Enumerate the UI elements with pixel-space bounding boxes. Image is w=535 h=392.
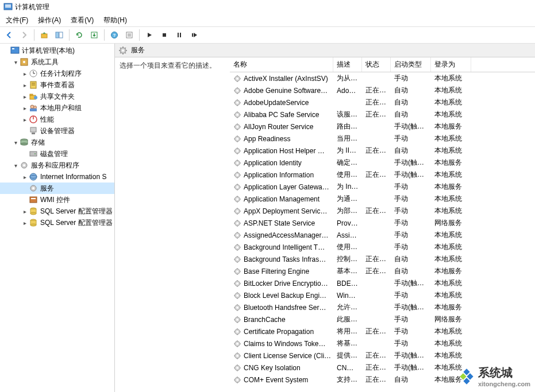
- service-row[interactable]: AssignedAccessManager…Assi…手动本地系统: [230, 229, 535, 241]
- tree-item[interactable]: 计算机管理(本地): [0, 45, 114, 56]
- svg-point-54: [30, 224, 36, 226]
- watermark: 系统城 xitongcheng.com: [459, 365, 530, 387]
- service-name: Claims to Windows Toke…: [230, 340, 333, 348]
- column-start[interactable]: 启动类型: [391, 57, 431, 72]
- service-row[interactable]: BranchCache此服…手动网络服务: [230, 313, 535, 325]
- properties-button[interactable]: [122, 28, 136, 42]
- service-row[interactable]: Base Filtering Engine基本…正在…自动本地服务: [230, 265, 535, 277]
- tree-item[interactable]: ▸性能: [0, 114, 114, 125]
- expander-icon[interactable]: [21, 196, 29, 204]
- up-button[interactable]: [37, 28, 51, 42]
- expander-icon[interactable]: ▸: [21, 219, 29, 227]
- export-button[interactable]: [87, 28, 101, 42]
- service-row[interactable]: Bluetooth Handsfree Ser…允许…手动(触发…本地服务: [230, 301, 535, 313]
- service-row[interactable]: Background Intelligent T…使用…手动本地系统: [230, 241, 535, 253]
- service-row[interactable]: Adobe Genuine Software…Ado…正在…自动本地系统: [230, 84, 535, 96]
- tree-item[interactable]: 服务: [0, 183, 114, 194]
- expander-icon[interactable]: ▾: [11, 161, 20, 169]
- expander-icon[interactable]: ▸: [21, 92, 29, 100]
- service-row[interactable]: AllJoyn Router Service路由…手动(触发…本地服务: [230, 121, 535, 133]
- pause-button[interactable]: [172, 28, 186, 42]
- expander-icon[interactable]: [21, 184, 29, 192]
- start-button[interactable]: [143, 28, 156, 42]
- service-row[interactable]: Application Information使用…正在…手动(触发…本地系统: [230, 169, 535, 181]
- services-list[interactable]: 名称 描述 状态 启动类型 登录为 ActiveX Installer (AxI…: [230, 57, 535, 392]
- back-button[interactable]: [2, 28, 16, 42]
- service-status: 正在…: [362, 375, 391, 385]
- service-status: 正在…: [362, 266, 391, 276]
- tree-view[interactable]: 计算机管理(本地)▾系统工具▸任务计划程序▸事件查看器▸共享文件夹▸本地用户和组…: [0, 44, 115, 392]
- svg-point-102: [236, 150, 238, 152]
- service-logon: 本地系统: [431, 86, 471, 95]
- service-row[interactable]: Certificate Propagation将用…正在…手动本地系统: [230, 325, 535, 337]
- column-name[interactable]: 名称: [230, 57, 333, 72]
- expander-icon[interactable]: ▸: [21, 81, 29, 89]
- expander-icon[interactable]: [21, 150, 29, 158]
- service-row[interactable]: App Readiness当用…手动本地系统: [230, 133, 535, 145]
- tree-item[interactable]: ▸本地用户和组: [0, 102, 114, 114]
- service-row[interactable]: Block Level Backup Engi…Win…手动本地系统: [230, 289, 535, 301]
- expander-icon[interactable]: [21, 127, 29, 135]
- service-row[interactable]: AdobeUpdateService正在…自动本地系统: [230, 96, 535, 108]
- svg-point-156: [236, 258, 238, 261]
- expander-icon[interactable]: ▾: [11, 58, 20, 66]
- service-row[interactable]: Client License Service (Cli…提供…正在…手动(触发……: [230, 350, 535, 362]
- service-row[interactable]: AppX Deployment Servic…为部…正在…手动本地系统: [230, 205, 535, 217]
- tree-item[interactable]: ▸任务计划程序: [0, 68, 114, 79]
- tree-item[interactable]: WMI 控件: [0, 194, 114, 205]
- expander-icon[interactable]: ▸: [21, 173, 29, 181]
- tree-item[interactable]: ▸SQL Server 配置管理器: [0, 205, 114, 217]
- expander-icon[interactable]: ▸: [21, 207, 29, 215]
- service-icon: [233, 304, 241, 312]
- expander-icon[interactable]: ▸: [21, 115, 29, 123]
- menu-view[interactable]: 查看(V): [66, 14, 98, 26]
- tree-item[interactable]: ▸共享文件夹: [0, 91, 114, 102]
- service-name: Background Intelligent T…: [230, 243, 333, 251]
- menu-file[interactable]: 文件(F): [1, 14, 33, 26]
- column-status[interactable]: 状态: [362, 57, 391, 72]
- watermark-icon: [459, 368, 475, 385]
- service-status: 正在…: [362, 98, 391, 107]
- expander-icon[interactable]: ▸: [21, 104, 29, 112]
- show-hide-tree-button[interactable]: [52, 28, 66, 42]
- tree-item[interactable]: ▸Internet Information S: [0, 171, 114, 183]
- tree-item[interactable]: ▸SQL Server 配置管理器: [0, 217, 114, 228]
- tree-item[interactable]: 磁盘管理: [0, 148, 114, 160]
- svg-point-198: [236, 343, 238, 345]
- service-row[interactable]: Claims to Windows Toke…将基…手动本地系统: [230, 337, 535, 350]
- service-row[interactable]: Application Host Helper …为 II…正在…自动本地系统: [230, 145, 535, 157]
- service-row[interactable]: Application Identity确定…手动(触发…本地服务: [230, 157, 535, 169]
- svg-text:?: ?: [113, 33, 116, 38]
- service-row[interactable]: ASP.NET State ServiceProv…手动网络服务: [230, 217, 535, 229]
- tree-item[interactable]: ▸事件查看器: [0, 79, 114, 91]
- service-row[interactable]: Background Tasks Infras…控制…正在…自动本地系统: [230, 253, 535, 265]
- service-row[interactable]: Application Layer Gatewa…为 In…手动本地服务: [230, 181, 535, 193]
- tree-item[interactable]: ▾存储: [0, 137, 114, 148]
- tree-label: 磁盘管理: [40, 149, 68, 159]
- service-start: 手动: [391, 242, 431, 252]
- expander-icon[interactable]: ▸: [21, 69, 29, 77]
- restart-button[interactable]: [187, 28, 201, 42]
- tree-item[interactable]: 设备管理器: [0, 125, 114, 137]
- service-row[interactable]: Alibaba PC Safe Service该服…正在…自动本地系统: [230, 108, 535, 121]
- menu-action[interactable]: 操作(A): [33, 14, 66, 26]
- column-desc[interactable]: 描述: [333, 57, 362, 72]
- forward-button[interactable]: [17, 28, 31, 42]
- service-row[interactable]: ActiveX Installer (AxInstSV)为从 …手动本地系统: [230, 72, 535, 84]
- service-name: BitLocker Drive Encryptio…: [230, 280, 333, 288]
- refresh-button[interactable]: [72, 28, 86, 42]
- service-name: Application Layer Gatewa…: [230, 183, 333, 191]
- tree-item[interactable]: ▾服务和应用程序: [0, 160, 114, 171]
- service-row[interactable]: BitLocker Drive Encryptio…BDE…手动(触发…本地系统: [230, 277, 535, 289]
- service-row[interactable]: Application Management为通…手动本地系统: [230, 193, 535, 205]
- expander-icon[interactable]: [2, 46, 10, 55]
- menu-help[interactable]: 帮助(H): [99, 14, 132, 26]
- stop-button[interactable]: [157, 28, 171, 42]
- help-button[interactable]: ?: [107, 28, 121, 42]
- expander-icon[interactable]: ▾: [11, 138, 20, 146]
- watermark-sub: xitongcheng.com: [478, 381, 530, 387]
- column-logon[interactable]: 登录为: [431, 57, 471, 72]
- tree-item[interactable]: ▾系统工具: [0, 56, 114, 68]
- service-desc: 为从 …: [333, 73, 362, 83]
- service-icon: [233, 135, 241, 143]
